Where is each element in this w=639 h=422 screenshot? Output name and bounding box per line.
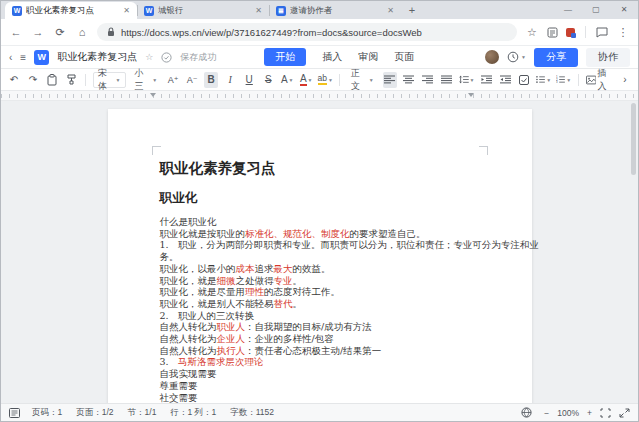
bullet-list-button[interactable]: ▼ <box>536 72 551 88</box>
align-right-button[interactable] <box>421 72 435 88</box>
reload-icon[interactable]: ⟳ <box>53 26 67 39</box>
zoom-in-button[interactable]: + <box>587 408 592 418</box>
right-indent-marker[interactable] <box>468 93 474 97</box>
decrease-font-icon[interactable]: A⁻ <box>185 72 199 88</box>
line-spacing-button[interactable]: ▼ <box>459 72 475 88</box>
increase-indent-icon[interactable] <box>498 72 512 88</box>
home-icon[interactable]: ⌂ <box>75 26 89 38</box>
favorite-star-icon[interactable]: ☆ <box>145 52 153 62</box>
doc-body-heading: 职业化 <box>160 190 480 207</box>
zoom-out-button[interactable]: − <box>544 408 549 418</box>
bookmark-star-icon[interactable]: ☆ <box>525 26 539 39</box>
doc-line: 什么是职业化 <box>160 216 480 228</box>
tab-close-icon[interactable]: ✕ <box>254 6 263 15</box>
format-painter-icon[interactable] <box>64 72 78 88</box>
margin-mark-left <box>152 146 161 155</box>
toolbar-expand-icon[interactable]: › <box>618 72 632 88</box>
doc-line: 自然人转化为职业人：自我期望的目标/成功有方法 <box>160 321 480 333</box>
new-tab-button[interactable]: + <box>405 3 419 17</box>
zoom-level[interactable]: 100% <box>557 408 579 418</box>
reader-mode-icon[interactable] <box>547 27 558 38</box>
browser-address-bar: ← → ⟳ ⌂ https://docs.wps.cn/view/p/37161… <box>1 19 638 45</box>
menu-item-开始[interactable]: 开始 <box>264 48 306 66</box>
clock-icon <box>507 51 519 63</box>
doc-line: 3. 马斯洛需求层次理论 <box>160 356 480 368</box>
avatar[interactable] <box>485 50 499 64</box>
increase-font-icon[interactable]: A⁺ <box>166 72 180 88</box>
hamburger-icon[interactable]: ≡ <box>20 52 26 63</box>
text-effects-button[interactable]: A▼ <box>280 72 294 88</box>
status-field: 字数：1152 <box>230 407 274 419</box>
vertical-scrollbar[interactable] <box>631 103 636 401</box>
tab-close-icon[interactable]: ✕ <box>122 6 131 15</box>
menu-item-审阅[interactable]: 审阅 <box>358 50 378 64</box>
status-field: 页面：1/2 <box>76 407 113 419</box>
menu-item-插入[interactable]: 插入 <box>322 50 342 64</box>
history-button[interactable]: ▼ <box>507 51 526 63</box>
ruler[interactable] <box>1 91 638 101</box>
status-field: 节：1/1 <box>128 407 157 419</box>
fit-page-icon[interactable] <box>600 408 611 418</box>
app-back-icon[interactable]: ‹ <box>9 52 12 63</box>
tab-close-icon[interactable]: ✕ <box>386 6 395 15</box>
extension-icon[interactable] <box>566 28 575 37</box>
cloud-saved-icon <box>161 52 172 63</box>
underline-button[interactable]: U <box>242 72 256 88</box>
scrollbar-thumb[interactable] <box>631 103 636 175</box>
left-indent-marker[interactable] <box>150 93 156 97</box>
chat-icon[interactable] <box>596 27 608 38</box>
lock-icon <box>107 27 115 37</box>
align-center-button[interactable] <box>402 72 416 88</box>
maximize-button[interactable]: ▢ <box>582 1 610 17</box>
numbered-list-button[interactable]: 123▼ <box>556 72 571 88</box>
document-page[interactable]: 职业化素养复习点 职业化 什么是职业化职业化就是按职业的标准化、规范化、制度化的… <box>108 109 532 403</box>
align-justify-button[interactable] <box>440 72 454 88</box>
browser-tab[interactable]: W城银行✕ <box>137 2 269 19</box>
collaborate-button[interactable]: 协作 <box>586 48 630 67</box>
url-bar[interactable]: https://docs.wps.cn/view/p/37161627449?f… <box>97 23 517 41</box>
doc-line: 职业化，以最小的成本追求最大的效益。 <box>160 263 480 275</box>
wps-logo[interactable]: W <box>34 50 49 65</box>
doc-line: 社交需要 <box>160 392 480 403</box>
browser-window: W职业化素养复习点✕W城银行✕≣邀请协作者✕ + — ▢ ✕ ← → ⟳ ⌂ h… <box>0 0 639 422</box>
strikethrough-button[interactable]: S <box>261 72 275 88</box>
doc-line: 职业化，就是细微之处做得专业。 <box>160 275 480 287</box>
share-button[interactable]: 分享 <box>534 48 578 67</box>
bold-button[interactable]: B <box>204 72 218 88</box>
doc-line: 务。 <box>160 251 480 263</box>
margin-mark-right <box>479 146 488 155</box>
paste-icon[interactable] <box>45 72 59 88</box>
doc-line: 自然人转化为执行人：责任者心态积极主动/结果第一 <box>160 345 480 357</box>
highlight-color-button[interactable]: ab▼ <box>318 72 332 88</box>
italic-button[interactable]: I <box>223 72 237 88</box>
font-name-select[interactable]: 宋体▼ <box>93 72 126 88</box>
language-icon[interactable] <box>521 407 532 418</box>
font-color-button[interactable]: A▼ <box>299 72 313 88</box>
forward-icon[interactable]: → <box>31 26 45 38</box>
back-icon[interactable]: ← <box>9 26 23 38</box>
fullscreen-icon[interactable] <box>619 408 630 418</box>
browser-tab[interactable]: ≣邀请协作者✕ <box>269 2 401 19</box>
browser-menu-icon[interactable]: ⋮ <box>616 26 630 39</box>
status-field: 页码：1 <box>32 407 62 419</box>
font-size-select[interactable]: 小三▼ <box>131 72 162 88</box>
redo-icon[interactable]: ↷ <box>26 72 40 88</box>
checkbox-list-icon[interactable] <box>517 72 531 88</box>
insert-picture-button[interactable]: 插入 <box>586 72 613 88</box>
browser-tab[interactable]: W职业化素养复习点✕ <box>5 2 137 19</box>
doc-line: 职业化就是按职业的标准化、规范化、制度化的要求塑造自己。 <box>160 228 480 240</box>
decrease-indent-icon[interactable] <box>479 72 493 88</box>
menu-bar: 开始插入审阅页面 <box>264 48 477 66</box>
tab-title: 邀请协作者 <box>290 5 382 17</box>
menu-item-页面[interactable]: 页面 <box>394 50 414 64</box>
paragraph-style-select[interactable]: 正文▼ <box>347 72 378 88</box>
undo-icon[interactable]: ↶ <box>7 72 21 88</box>
align-left-button[interactable] <box>383 72 397 88</box>
svg-text:3: 3 <box>556 80 558 84</box>
close-button[interactable]: ✕ <box>610 1 638 17</box>
doc-line: 自我实现需要 <box>160 368 480 380</box>
doc-line: 职业化，就是别人不能轻易替代。 <box>160 298 480 310</box>
minimize-button[interactable]: — <box>554 1 582 17</box>
document-map-icon[interactable] <box>9 408 20 418</box>
document-canvas[interactable]: 职业化素养复习点 职业化 什么是职业化职业化就是按职业的标准化、规范化、制度化的… <box>1 101 638 403</box>
